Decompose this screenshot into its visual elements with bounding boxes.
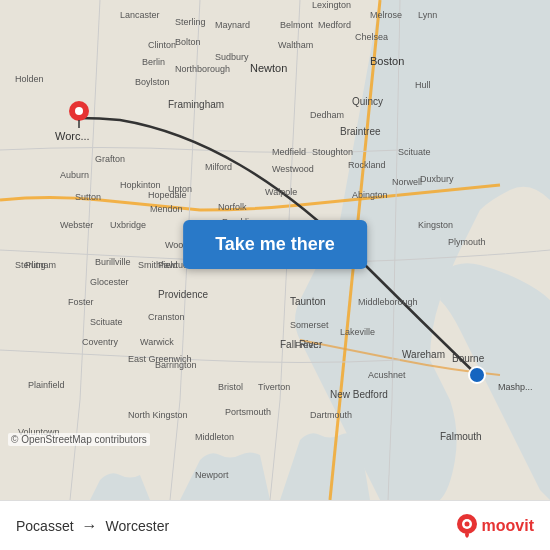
map-container: Newton Boston Worc... Framingham Braintr…: [0, 0, 550, 500]
svg-text:Free...: Free...: [295, 340, 321, 350]
svg-text:Hopkinton: Hopkinton: [120, 180, 161, 190]
svg-text:New Bedford: New Bedford: [330, 389, 388, 400]
svg-text:Bolton: Bolton: [175, 37, 201, 47]
svg-text:Belmont: Belmont: [280, 20, 314, 30]
svg-text:East Greenwich: East Greenwich: [128, 354, 192, 364]
svg-text:Mashp...: Mashp...: [498, 382, 533, 392]
svg-text:Tiverton: Tiverton: [258, 382, 290, 392]
svg-text:Norwell: Norwell: [392, 177, 422, 187]
svg-text:Coventry: Coventry: [82, 337, 119, 347]
svg-text:Hull: Hull: [415, 80, 431, 90]
svg-text:Putnam: Putnam: [25, 260, 56, 270]
svg-text:Braintree: Braintree: [340, 126, 381, 137]
svg-text:Newport: Newport: [195, 470, 229, 480]
svg-text:Auburn: Auburn: [60, 170, 89, 180]
svg-text:Melrose: Melrose: [370, 10, 402, 20]
moovit-logo: moovit: [456, 513, 534, 539]
svg-point-88: [75, 107, 83, 115]
svg-text:Medfield: Medfield: [272, 147, 306, 157]
svg-text:Wareham: Wareham: [402, 349, 445, 360]
svg-text:Clinton: Clinton: [148, 40, 176, 50]
svg-text:Lakeville: Lakeville: [340, 327, 375, 337]
svg-text:Hopedale: Hopedale: [148, 190, 187, 200]
svg-text:Newton: Newton: [250, 62, 287, 74]
svg-text:Middleton: Middleton: [195, 432, 234, 442]
svg-text:Portsmouth: Portsmouth: [225, 407, 271, 417]
take-me-there-button[interactable]: Take me there: [183, 220, 367, 269]
svg-text:Sterling: Sterling: [175, 17, 206, 27]
origin-marker: [68, 100, 90, 134]
svg-text:Walpole: Walpole: [265, 187, 297, 197]
svg-text:Norfolk: Norfolk: [218, 202, 247, 212]
svg-text:Maynard: Maynard: [215, 20, 250, 30]
svg-text:Dedham: Dedham: [310, 110, 344, 120]
svg-text:Falmouth: Falmouth: [440, 431, 482, 442]
svg-text:Duxbury: Duxbury: [420, 174, 454, 184]
svg-text:Glocester: Glocester: [90, 277, 129, 287]
svg-text:Taunton: Taunton: [290, 296, 326, 307]
svg-text:Lynn: Lynn: [418, 10, 437, 20]
to-label: Worcester: [106, 518, 170, 534]
svg-text:Acushnet: Acushnet: [368, 370, 406, 380]
svg-text:Chelsea: Chelsea: [355, 32, 388, 42]
svg-text:Boston: Boston: [370, 55, 404, 67]
route-info: Pocasset → Worcester: [16, 517, 169, 535]
svg-text:Providence: Providence: [158, 289, 208, 300]
svg-text:Dartmouth: Dartmouth: [310, 410, 352, 420]
svg-text:Medford: Medford: [318, 20, 351, 30]
svg-text:Boylston: Boylston: [135, 77, 170, 87]
svg-text:Northborough: Northborough: [175, 64, 230, 74]
svg-text:Plainfield: Plainfield: [28, 380, 65, 390]
svg-text:Quincy: Quincy: [352, 96, 383, 107]
svg-text:Cranston: Cranston: [148, 312, 185, 322]
svg-text:Bourne: Bourne: [452, 353, 485, 364]
svg-text:Burillville: Burillville: [95, 257, 131, 267]
arrow-icon: →: [82, 517, 98, 535]
svg-point-89: [469, 367, 485, 383]
svg-text:Lexington: Lexington: [312, 0, 351, 10]
svg-text:Lancaster: Lancaster: [120, 10, 160, 20]
svg-text:Holden: Holden: [15, 74, 44, 84]
svg-text:Webster: Webster: [60, 220, 93, 230]
svg-point-92: [464, 521, 469, 526]
from-label: Pocasset: [16, 518, 74, 534]
svg-text:Bristol: Bristol: [218, 382, 243, 392]
svg-text:Somerset: Somerset: [290, 320, 329, 330]
svg-text:Middleborough: Middleborough: [358, 297, 418, 307]
svg-text:Foster: Foster: [68, 297, 94, 307]
svg-text:Scituate: Scituate: [398, 147, 431, 157]
svg-text:Smithfield: Smithfield: [138, 260, 178, 270]
svg-text:Sudbury: Sudbury: [215, 52, 249, 62]
svg-text:Westwood: Westwood: [272, 164, 314, 174]
destination-marker: [468, 366, 486, 388]
moovit-brand-text: moovit: [482, 517, 534, 535]
svg-text:North Kingston: North Kingston: [128, 410, 188, 420]
svg-text:Milford: Milford: [205, 162, 232, 172]
svg-text:Sutton: Sutton: [75, 192, 101, 202]
svg-text:Berlin: Berlin: [142, 57, 165, 67]
svg-text:Warwick: Warwick: [140, 337, 174, 347]
svg-text:Waltham: Waltham: [278, 40, 313, 50]
svg-text:Abington: Abington: [352, 190, 388, 200]
svg-text:Framingham: Framingham: [168, 99, 224, 110]
svg-text:Kingston: Kingston: [418, 220, 453, 230]
svg-text:Uxbridge: Uxbridge: [110, 220, 146, 230]
svg-text:Stoughton: Stoughton: [312, 147, 353, 157]
svg-text:Grafton: Grafton: [95, 154, 125, 164]
svg-text:Scituate: Scituate: [90, 317, 123, 327]
svg-text:Mendon: Mendon: [150, 204, 183, 214]
svg-text:Rockland: Rockland: [348, 160, 386, 170]
bottom-bar: Pocasset → Worcester moovit: [0, 500, 550, 550]
map-attribution: © OpenStreetMap contributors: [8, 433, 150, 446]
svg-text:Plymouth: Plymouth: [448, 237, 486, 247]
moovit-pin-icon: [456, 513, 478, 539]
